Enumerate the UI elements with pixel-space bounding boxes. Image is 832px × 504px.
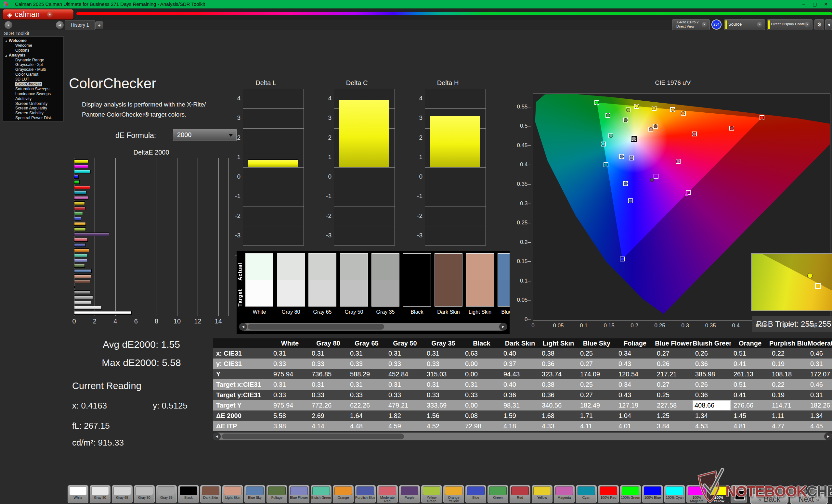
table-cell[interactable]: 1.25 — [654, 411, 693, 421]
viewer-swatch-blue-sky[interactable]: Blue Sky — [498, 253, 510, 315]
table-cell[interactable]: 0.27 — [577, 359, 616, 369]
table-cell[interactable]: 98.31 — [501, 400, 539, 411]
table-cell[interactable]: 1.45 — [731, 411, 769, 421]
table-cell[interactable]: 4.48 — [347, 421, 386, 431]
table-cell[interactable]: 0.22 — [769, 379, 808, 390]
table-cell[interactable]: 4.01 — [616, 421, 654, 431]
table-cell[interactable]: 340.56 — [539, 400, 577, 411]
sidebar-item-grayscale-2pt[interactable]: Grayscale - 2pt — [3, 62, 63, 67]
add-tab-button[interactable]: + — [95, 22, 103, 29]
pattern-size-button[interactable]: ▪ — [784, 486, 795, 494]
table-cell[interactable]: 0.25 — [577, 379, 616, 390]
table-cell[interactable]: 182.49 — [577, 400, 616, 411]
table-cell[interactable]: 588.29 — [347, 369, 386, 379]
patch-button-orange[interactable]: Orange — [333, 485, 354, 503]
close-icon[interactable]: ✕ — [820, 0, 831, 8]
table-cell[interactable]: 0.33 — [386, 359, 424, 369]
patch-button-orange-yellow[interactable]: Orange Yellow — [443, 485, 464, 503]
table-cell[interactable]: 0.31 — [424, 348, 463, 359]
de-formula-dropdown[interactable]: 2000 — [173, 129, 237, 141]
table-cell[interactable]: 0.36 — [693, 359, 731, 369]
table-cell[interactable]: 479.21 — [386, 400, 424, 411]
scroll-right-icon[interactable]: ▶ — [824, 432, 832, 440]
sidebar-item-analysis[interactable]: ◢Analysis — [3, 53, 63, 58]
scroll-left-icon[interactable]: ◀ — [213, 432, 221, 440]
patch-button-foliage[interactable]: Foliage — [266, 485, 287, 503]
table-cell[interactable]: 0.00 — [463, 359, 501, 369]
table-cell[interactable]: 0.38 — [539, 348, 577, 359]
patch-button-green[interactable]: Green — [488, 485, 508, 503]
table-cell[interactable]: 0.31 — [347, 379, 386, 390]
table-cell[interactable]: 0.27 — [654, 379, 693, 390]
table-cell[interactable]: 0.31 — [347, 348, 386, 359]
table-cell[interactable]: 4.59 — [386, 421, 424, 431]
table-cell[interactable]: 5.58 — [271, 411, 309, 421]
table-cell[interactable]: 0.31 — [271, 348, 309, 359]
viewer-swatch-gray-80[interactable]: Gray 80 — [277, 253, 305, 315]
patch-button-100-yellow[interactable]: 100% Yellow — [708, 485, 729, 503]
maximize-icon[interactable]: ▢ — [809, 0, 820, 8]
viewer-swatch-white[interactable]: White — [245, 253, 273, 315]
table-cell[interactable]: 0.37 — [501, 359, 539, 369]
patch-button-purplish-blue[interactable]: Purplish Blue — [355, 485, 376, 503]
table-cell[interactable]: 0.00 — [463, 400, 501, 411]
table-cell[interactable]: 622.26 — [347, 400, 386, 411]
table-scrollbar-thumb[interactable] — [222, 433, 404, 439]
pattern-size-button[interactable]: ▪ — [807, 486, 818, 494]
table-cell[interactable]: 1.04 — [616, 411, 654, 421]
table-cell[interactable]: 0.51 — [731, 348, 769, 359]
calman-menu-button[interactable]: ◈ calman ▼ — [3, 9, 74, 20]
table-cell[interactable]: 108.18 — [769, 369, 808, 379]
table-cell[interactable]: 975.94 — [271, 400, 309, 411]
table-cell[interactable]: 3.98 — [271, 421, 309, 431]
sidebar-item-screen-uniformity[interactable]: Screen Uniformity — [3, 101, 63, 106]
table-cell[interactable]: 0.63 — [463, 348, 501, 359]
patch-button-100-magenta[interactable]: 100% Magenta — [686, 485, 707, 503]
table-cell[interactable]: 0.36 — [539, 359, 577, 369]
table-cell[interactable]: 0.33 — [347, 359, 386, 369]
patch-button-bluish-green[interactable]: Bluish Green — [311, 485, 332, 503]
table-cell[interactable]: 0.26 — [654, 359, 693, 369]
viewer-scrollbar-thumb[interactable] — [248, 324, 384, 330]
table-cell[interactable]: 4.33 — [539, 421, 577, 431]
sidebar-item-welcome[interactable]: ◢Welcome — [3, 38, 63, 43]
back-button[interactable]: « Back — [750, 494, 788, 504]
sidebar-options-button[interactable]: ● — [4, 21, 12, 29]
table-cell[interactable]: 276.66 — [731, 400, 769, 411]
gear-icon[interactable]: ⚙ — [814, 19, 824, 30]
table-cell[interactable]: 0.00 — [463, 369, 501, 379]
pattern-size-button[interactable]: ▪ — [749, 486, 759, 494]
table-cell[interactable]: 0.08 — [463, 411, 501, 421]
table-cell[interactable]: 4.18 — [501, 421, 539, 431]
table-cell[interactable]: 1.59 — [501, 411, 539, 421]
table-cell[interactable]: 975.94 — [271, 369, 309, 379]
patch-button-100-red[interactable]: 100% Red — [598, 485, 619, 503]
pattern-window-button[interactable] — [731, 485, 747, 503]
source-dropdown[interactable]: Source ▼ — [724, 19, 765, 30]
viewer-swatch-gray-65[interactable]: Gray 65 — [308, 253, 336, 315]
table-cell[interactable]: 736.85 — [309, 369, 347, 379]
chevron-down-icon[interactable]: ▼ — [702, 22, 707, 28]
table-cell[interactable]: 0.26 — [693, 379, 731, 390]
calman-dropdown-icon[interactable]: ▼ — [47, 12, 53, 18]
table-cell[interactable]: 0.43 — [616, 390, 654, 400]
table-cell[interactable]: 0.27 — [577, 390, 616, 400]
patch-button-100-cyan[interactable]: 100% Cyan — [664, 485, 685, 503]
patch-button-blue-sky[interactable]: Blue Sky — [244, 485, 265, 503]
sidebar-item-welcome[interactable]: Welcome — [3, 43, 63, 48]
table-cell[interactable]: 385.98 — [693, 369, 731, 379]
viewer-swatch-gray-50[interactable]: Gray 50 — [340, 253, 368, 315]
table-cell[interactable]: 452.84 — [386, 369, 424, 379]
table-cell[interactable]: 0.31 — [309, 379, 347, 390]
sidebar-item-3d-lut[interactable]: 3D LUT — [3, 77, 63, 82]
tab-history-1[interactable]: History 1 — [65, 20, 95, 30]
patch-button-dark-skin[interactable]: Dark Skin — [200, 485, 221, 503]
table-cell[interactable]: 94.43 — [501, 369, 539, 379]
table-cell[interactable]: 4.53 — [693, 421, 731, 431]
table-cell[interactable]: 0.46 — [808, 379, 832, 390]
table-cell[interactable]: 0.31 — [463, 379, 501, 390]
table-cell[interactable]: 4.11 — [577, 421, 616, 431]
patch-button-moderate-red[interactable]: Moderate Red — [377, 485, 398, 503]
table-cell[interactable]: 315.03 — [424, 369, 463, 379]
table-cell[interactable]: 114.71 — [769, 400, 808, 411]
